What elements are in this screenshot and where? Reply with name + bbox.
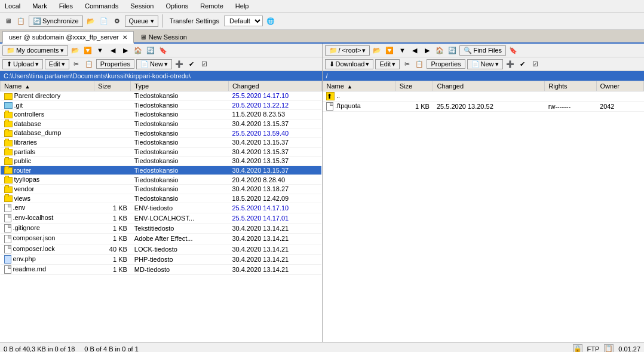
table-row[interactable]: public Tiedostokansio 30.4.2020 13.15.37 — [1, 157, 322, 166]
table-row[interactable]: router Tiedostokansio 30.4.2020 13.15.37 — [1, 166, 322, 175]
left-filter-icon[interactable]: 🔽 — [82, 45, 93, 56]
left-forward-button[interactable]: ▶ — [120, 45, 131, 56]
menu-local[interactable]: Local — [2, 1, 23, 11]
table-row[interactable]: tyyliopas Tiedostokansio 20.4.2020 8.28.… — [1, 175, 322, 185]
synchronize-button[interactable]: 🔄 Synchronize — [29, 16, 83, 27]
left-delete-icon[interactable]: ✔ — [186, 59, 197, 69]
left-col-changed[interactable]: Changed — [228, 81, 321, 91]
left-copy-icon[interactable]: 📋 — [84, 59, 94, 69]
right-filter2-icon[interactable]: ▼ — [397, 45, 407, 56]
left-back-button[interactable]: ◀ — [108, 45, 118, 56]
right-col-size[interactable]: Size — [395, 81, 433, 91]
file-size: 40 KB — [94, 244, 131, 254]
table-row[interactable]: database_dump Tiedostokansio 25.5.2020 1… — [1, 128, 322, 138]
toolbar-icon-1[interactable]: 🖥 — [2, 16, 13, 26]
right-col-changed[interactable]: Changed — [433, 81, 545, 91]
left-col-name[interactable]: Name ▲ — [1, 81, 94, 91]
toolbar-icon-3[interactable]: 📂 — [85, 16, 96, 26]
table-row[interactable]: libraries Tiedostokansio 30.4.2020 13.15… — [1, 137, 322, 147]
right-col-owner[interactable]: Owner — [596, 81, 643, 91]
left-home-icon[interactable]: 🏠 — [133, 45, 143, 56]
left-col-type[interactable]: Type — [131, 81, 229, 91]
right-bookmark-icon[interactable]: 🔖 — [508, 45, 519, 56]
right-properties-button[interactable]: Properties — [427, 59, 465, 69]
left-add-icon[interactable]: ➕ — [174, 59, 185, 69]
right-refresh-icon[interactable]: 🔄 — [447, 45, 458, 56]
table-row[interactable]: partials Tiedostokansio 30.4.2020 13.15.… — [1, 147, 322, 157]
table-row[interactable]: Parent directory Tiedostokansio 25.5.202… — [1, 91, 322, 101]
left-filter2-icon[interactable]: ▼ — [95, 45, 106, 56]
file-owner: 2042 — [596, 102, 643, 112]
left-browse-icon[interactable]: 📂 — [70, 45, 81, 56]
left-col-size[interactable]: Size — [94, 81, 131, 91]
table-row[interactable]: composer.lock 40 KB LOCK-tiedosto 30.4.2… — [1, 244, 322, 254]
menu-mark[interactable]: Mark — [30, 1, 49, 11]
right-add-icon[interactable]: ➕ — [505, 59, 516, 69]
file-icon — [326, 102, 333, 111]
table-row[interactable]: .gitignore 1 KB Tekstitiedosto 30.4.2020… — [1, 224, 322, 234]
right-check-icon[interactable]: ☑ — [530, 59, 541, 69]
folder-icon — [4, 149, 13, 155]
menu-commands[interactable]: Commands — [82, 1, 121, 11]
right-file-list-container[interactable]: Name ▲ Size Changed Rights Owner ⬆.. .ft… — [323, 81, 645, 342]
right-delete-icon[interactable]: ✔ — [517, 59, 528, 69]
table-row[interactable]: .ftpquota 1 KB 25.5.2020 13.20.52 rw----… — [323, 102, 644, 112]
right-browse-icon[interactable]: 📂 — [372, 45, 382, 56]
download-button[interactable]: ⬇ Download ▾ — [325, 59, 374, 69]
right-col-name[interactable]: Name ▲ — [323, 81, 395, 91]
file-size: 1 KB — [94, 254, 131, 264]
left-location-button[interactable]: 📁 My documents ▾ — [2, 45, 68, 56]
tab-close-button[interactable]: ✕ — [122, 34, 127, 41]
table-row[interactable]: .git Tiedostokansio 20.5.2020 13.22.12 — [1, 100, 322, 110]
table-row[interactable]: views Tiedostokansio 18.5.2020 12.42.09 — [1, 194, 322, 203]
table-row[interactable]: ⬆.. — [323, 91, 644, 102]
right-new-button[interactable]: 📄 New ▾ — [467, 59, 503, 69]
right-forward-button[interactable]: ▶ — [422, 45, 433, 56]
menu-help[interactable]: Help — [233, 1, 252, 11]
toolbar-icon-2[interactable]: 📋 — [16, 16, 26, 26]
file-name: composer.lock — [1, 244, 94, 254]
left-new-arrow: ▾ — [164, 60, 168, 68]
find-files-button[interactable]: 🔍 Find Files — [459, 45, 506, 56]
file-icon — [4, 235, 11, 243]
left-refresh-icon[interactable]: 🔄 — [145, 45, 156, 56]
right-back-button[interactable]: ◀ — [409, 45, 420, 56]
right-col-rights[interactable]: Rights — [545, 81, 596, 91]
upload-button[interactable]: ⬆ Upload ▾ — [2, 59, 43, 69]
table-row[interactable]: controllers Tiedostokansio 11.5.2020 8.2… — [1, 110, 322, 120]
right-location-button[interactable]: 📁 / <root> ▾ — [325, 45, 370, 56]
globe-icon[interactable]: 🌐 — [265, 16, 276, 26]
folder-icon — [4, 140, 13, 146]
menu-session[interactable]: Session — [128, 1, 156, 11]
menu-remote[interactable]: Remote — [198, 1, 226, 11]
left-bookmark-icon[interactable]: 🔖 — [158, 45, 168, 56]
transfer-settings-select[interactable]: Default — [224, 16, 263, 26]
left-file-list-container[interactable]: Name ▲ Size Type Changed Parent director… — [0, 81, 322, 342]
left-cut-icon[interactable]: ✂ — [71, 59, 82, 69]
left-edit-button[interactable]: Edit ▾ — [45, 59, 69, 69]
queue-button[interactable]: Queue ▾ — [125, 16, 158, 27]
table-row[interactable]: .env-localhost 1 KB ENV-LOCALHOST... 25.… — [1, 213, 322, 224]
right-home-icon[interactable]: 🏠 — [434, 45, 445, 56]
right-copy-icon[interactable]: 📋 — [414, 59, 425, 69]
menu-options[interactable]: Options — [163, 1, 191, 11]
table-row[interactable]: .env 1 KB ENV-tiedosto 25.5.2020 14.17.1… — [1, 203, 322, 213]
table-row[interactable]: readme.md 1 KB MD-tiedosto 30.4.2020 13.… — [1, 264, 322, 274]
table-row[interactable]: composer.json 1 KB Adobe After Effect...… — [1, 234, 322, 244]
left-check-icon[interactable]: ☑ — [199, 59, 210, 69]
left-properties-button[interactable]: Properties — [96, 59, 134, 69]
toolbar-icon-5[interactable]: ⚙ — [112, 16, 122, 26]
right-edit-button[interactable]: Edit ▾ — [375, 59, 400, 69]
main-tab[interactable]: user @ subdomain @xxxx_ftp_server ✕ — [2, 31, 134, 44]
menu-files[interactable]: Files — [57, 1, 75, 11]
folder-icon — [4, 158, 13, 165]
new-session-tab[interactable]: 🖥 New Session — [134, 32, 193, 42]
toolbar-icon-4[interactable]: 📄 — [99, 16, 109, 26]
right-filter-icon[interactable]: 🔽 — [384, 45, 395, 56]
left-new-button[interactable]: 📄 New ▾ — [136, 59, 172, 69]
table-row[interactable]: vendor Tiedostokansio 30.4.2020 13.18.27 — [1, 184, 322, 194]
file-size — [94, 175, 131, 185]
table-row[interactable]: env.php 1 KB PHP-tiedosto 30.4.2020 13.1… — [1, 254, 322, 264]
right-cut-icon[interactable]: ✂ — [401, 59, 412, 69]
table-row[interactable]: database Tiedostokansio 30.4.2020 13.15.… — [1, 119, 322, 128]
